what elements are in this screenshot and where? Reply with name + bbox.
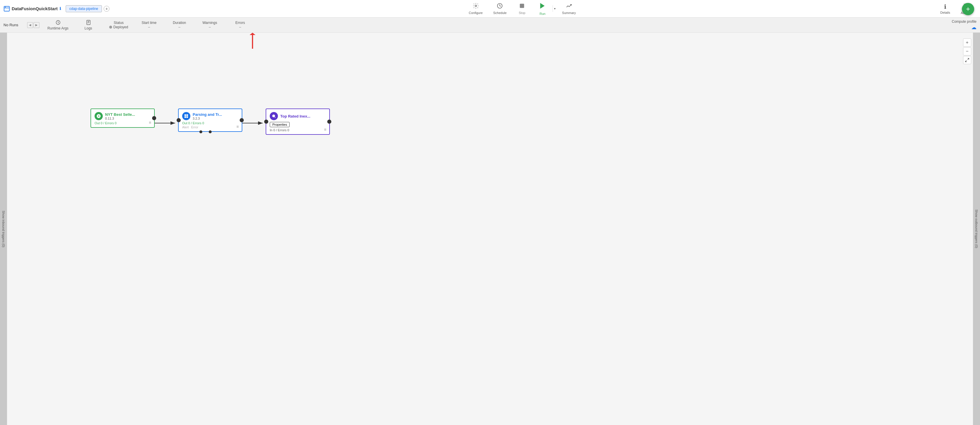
zoom-out-button[interactable]: − xyxy=(963,47,971,56)
errors-value: – xyxy=(239,25,241,29)
pipeline-arrows xyxy=(0,33,980,425)
configure-button[interactable]: Configure xyxy=(464,1,488,16)
status-value: Deployed xyxy=(113,25,128,29)
transform-alert-dot[interactable] xyxy=(199,130,202,133)
svg-point-3 xyxy=(475,5,477,7)
app-logo: DataFusionQuickStart ℹ xyxy=(3,6,61,12)
status-badge: Deployed xyxy=(109,25,128,29)
svg-rect-20 xyxy=(185,114,186,116)
svg-marker-6 xyxy=(540,3,545,9)
svg-rect-21 xyxy=(186,114,188,116)
sink-properties-button[interactable]: Properties xyxy=(270,122,290,127)
compute-profile-label: Compute profile xyxy=(952,19,977,24)
summary-icon xyxy=(566,3,572,11)
svg-rect-23 xyxy=(186,116,188,118)
compute-profile-icon[interactable]: ☁ xyxy=(971,24,977,31)
source-node-icon xyxy=(95,112,103,120)
svg-line-14 xyxy=(966,60,967,62)
stop-button[interactable]: Stop xyxy=(512,1,532,16)
nav-arrows: ◀ ▶ xyxy=(27,22,40,28)
transform-output-dot[interactable] xyxy=(240,118,244,122)
transform-node-icon xyxy=(182,112,190,120)
duration-value: – xyxy=(178,25,180,29)
app-logo-icon xyxy=(3,6,10,12)
run-button[interactable]: Run xyxy=(532,0,553,17)
source-node-info: NYT Best Selle... 0.11.3 xyxy=(105,112,135,120)
status-item: Status Deployed xyxy=(107,21,130,29)
transform-input-dot[interactable] xyxy=(177,118,181,122)
logs-icon xyxy=(86,20,91,26)
alert-label: Alert xyxy=(182,125,189,129)
start-time-item: Start time – xyxy=(137,21,161,29)
source-node-version: 0.11.3 xyxy=(105,117,135,120)
warnings-value: – xyxy=(209,25,211,29)
start-time-label: Start time xyxy=(142,21,156,25)
transform-node-version: 3.2.3 xyxy=(192,117,222,120)
compute-profile-item: Compute profile ☁ xyxy=(952,19,977,31)
configure-icon xyxy=(473,3,479,11)
details-label: Details xyxy=(940,11,950,14)
configure-label: Configure xyxy=(469,11,483,14)
svg-rect-22 xyxy=(185,116,186,118)
source-output-dot[interactable] xyxy=(152,116,156,120)
transform-node-title: Parsing and Tr... xyxy=(192,112,222,117)
schedule-button[interactable]: Schedule xyxy=(488,1,512,16)
logs-item[interactable]: Logs xyxy=(77,20,100,30)
tab-bar: cdap-data-pipeline + xyxy=(66,5,110,12)
dropdown-icon: ▾ xyxy=(554,7,555,10)
svg-rect-0 xyxy=(4,6,10,11)
svg-rect-5 xyxy=(520,4,524,8)
sink-node-info: Top Rated Inex... xyxy=(280,114,310,119)
error-label: Error xyxy=(191,125,198,129)
errors-item: Errors – xyxy=(229,21,252,29)
inbound-triggers-label: Show inbound triggers (0) xyxy=(2,211,5,247)
source-node-menu-icon[interactable]: ≡ xyxy=(149,120,151,125)
source-node[interactable]: NYT Best Selle... 0.11.3 Out 0 / Errors … xyxy=(91,108,155,128)
zoom-in-button[interactable]: + xyxy=(963,38,971,47)
transform-node-menu-icon[interactable]: ≡ xyxy=(237,124,239,129)
outbound-triggers-panel[interactable]: Show outbound triggers (0) xyxy=(973,33,980,425)
source-node-header: NYT Best Selle... 0.11.3 xyxy=(95,112,151,120)
tab-add-button[interactable]: + xyxy=(103,6,110,12)
summary-label: Summary xyxy=(562,11,576,14)
source-node-stats: Out 0 / Errors 0 xyxy=(95,121,151,125)
errors-label: Errors xyxy=(235,21,245,25)
source-node-title: NYT Best Selle... xyxy=(105,112,135,117)
runtime-args-label: Runtime Args xyxy=(48,26,68,30)
sink-output-dot[interactable] xyxy=(327,120,331,124)
schedule-icon xyxy=(496,3,503,11)
stop-label: Stop xyxy=(519,11,525,14)
nav-left-button[interactable]: ◀ xyxy=(27,22,33,28)
run-dropdown-button[interactable]: ▾ xyxy=(553,5,557,12)
fab-add-button[interactable]: + xyxy=(962,3,974,15)
outbound-triggers-label: Show outbound triggers (0) xyxy=(975,209,978,248)
app-info-icon[interactable]: ℹ xyxy=(60,6,61,11)
pipeline-tab[interactable]: cdap-data-pipeline xyxy=(66,5,102,12)
nav-right-button[interactable]: ▶ xyxy=(33,22,40,28)
sink-node[interactable]: Top Rated Inex... Properties In 0 / Erro… xyxy=(266,108,330,135)
transform-node-stats: Out 0 / Errors 0 xyxy=(182,121,238,125)
stop-icon xyxy=(519,3,525,11)
transform-node[interactable]: Parsing and Tr... 3.2.3 Out 0 / Errors 0… xyxy=(178,108,242,132)
transform-node-alerts: Alert Error xyxy=(182,125,238,129)
sink-node-menu-icon[interactable]: ≡ xyxy=(324,127,326,132)
summary-button[interactable]: Summary xyxy=(557,1,581,16)
svg-line-13 xyxy=(967,58,969,60)
secondary-bar: No Runs ◀ ▶ Runtime Args Logs Status xyxy=(0,17,980,33)
svg-rect-9 xyxy=(87,20,90,24)
transform-error-dot[interactable] xyxy=(209,130,212,133)
details-button[interactable]: ℹ Details xyxy=(935,2,956,16)
duration-label: Duration xyxy=(173,21,186,25)
svg-point-24 xyxy=(272,115,275,117)
runtime-args-icon xyxy=(56,20,61,26)
zoom-fit-button[interactable] xyxy=(963,56,971,64)
runtime-args-item[interactable]: Runtime Args xyxy=(46,20,70,30)
warnings-label: Warnings xyxy=(202,21,217,25)
svg-marker-19 xyxy=(250,33,255,35)
inbound-triggers-panel[interactable]: Show inbound triggers (0) xyxy=(0,33,7,425)
sink-node-header: Top Rated Inex... xyxy=(270,112,326,120)
sink-input-dot[interactable] xyxy=(264,120,268,124)
details-icon: ℹ xyxy=(944,3,947,10)
status-label: Status xyxy=(114,21,124,25)
duration-item: Duration – xyxy=(168,21,191,29)
